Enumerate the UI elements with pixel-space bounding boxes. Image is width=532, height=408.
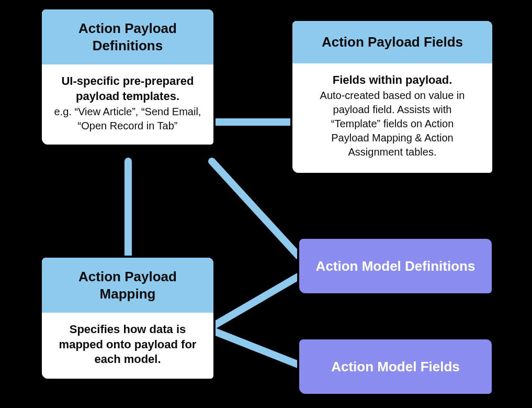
diagram-stage: Action Payload Definitions UI-specific p… xyxy=(0,0,532,408)
node-title: Action Payload Definitions xyxy=(78,20,177,53)
node-title: Action Payload Fields xyxy=(322,34,463,50)
node-body: UI-specific pre-prepared payload templat… xyxy=(42,64,213,145)
node-title: Action Payload Mapping xyxy=(78,269,177,302)
node-action-payload-mapping: Action Payload Mapping Specifies how dat… xyxy=(40,256,216,381)
node-title: Action Model Definitions xyxy=(316,258,476,275)
node-header: Action Payload Definitions xyxy=(42,9,213,64)
node-action-model-definitions: Action Model Definitions xyxy=(297,237,494,295)
svg-line-2 xyxy=(212,161,298,256)
svg-line-3 xyxy=(213,277,298,326)
svg-line-4 xyxy=(213,331,298,365)
node-action-payload-fields: Action Payload Fields Fields within payl… xyxy=(290,19,494,175)
node-action-payload-definitions: Action Payload Definitions UI-specific p… xyxy=(40,7,216,147)
node-title: Action Model Fields xyxy=(331,358,460,376)
node-body: Fields within payload. Auto-created base… xyxy=(292,63,492,173)
node-action-model-fields: Action Model Fields xyxy=(297,337,494,396)
node-body-bold: UI-specific pre-prepared payload templat… xyxy=(52,74,203,104)
node-header: Action Payload Fields xyxy=(292,21,492,63)
node-body-sub: e.g. “View Article”, “Send Email, “Open … xyxy=(52,105,203,133)
node-body-bold: Fields within payload. xyxy=(311,73,473,88)
node-header: Action Payload Mapping xyxy=(42,258,213,313)
node-body-bold: Specifies how data is mapped onto payloa… xyxy=(52,322,203,367)
node-body: Specifies how data is mapped onto payloa… xyxy=(42,313,213,379)
node-body-sub: Auto-created based on value in payload f… xyxy=(311,89,473,159)
